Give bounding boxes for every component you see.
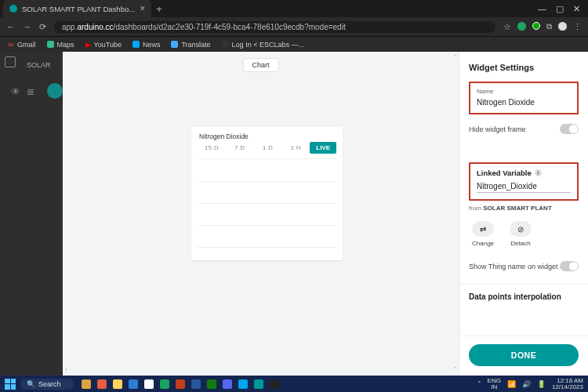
avatar[interactable] (47, 83, 63, 99)
name-field-highlight: Name Nitrogen Dioxide (469, 82, 579, 114)
taskbar-discord-icon[interactable] (223, 379, 232, 389)
taskbar-word-icon[interactable] (191, 379, 201, 389)
panel-toggle-icon[interactable] (5, 56, 16, 67)
bookmark-label: Maps (57, 41, 74, 49)
bookmark-translate[interactable]: Translate (171, 41, 210, 49)
extension-icon[interactable] (517, 22, 526, 31)
dashboard-name-truncated: SOLAR (27, 61, 51, 69)
taskbar-pinned (82, 379, 279, 389)
browser-addressbar: ← → ⟳ app.arduino.cc/dashboards/d2ac2e30… (0, 17, 588, 36)
interpolation-heading: Data points interpolation (469, 292, 579, 301)
forward-button[interactable]: → (23, 22, 31, 31)
arduino-icon (9, 5, 17, 13)
widget-settings-panel: Widget Settings Name Nitrogen Dioxide Hi… (459, 52, 588, 376)
browser-tab[interactable]: SOLAR SMART PLANT Dashbo... × (3, 0, 151, 17)
bookmark-label: Gmail (17, 41, 36, 49)
tab-title: SOLAR SMART PLANT Dashbo... (22, 5, 135, 13)
linked-variable-source: from SOLAR SMART PLANT (469, 205, 579, 212)
taskbar-search[interactable]: 🔍 Search (20, 379, 74, 390)
range-1h[interactable]: 1 H (281, 142, 310, 154)
range-live[interactable]: LIVE (310, 142, 336, 154)
profile-icon[interactable] (558, 22, 567, 31)
new-tab-button[interactable]: + (156, 3, 162, 15)
chart-widget[interactable]: Nitrogen Dioxide 15 D 7 D 1 D 1 H LIVE (191, 127, 343, 260)
taskbar-xbox-icon[interactable] (207, 379, 216, 389)
chevron-up-icon[interactable]: ˄ (454, 54, 457, 61)
taskbar-app-icon[interactable] (97, 379, 107, 389)
hide-frame-label: Hide widget frame (469, 125, 526, 133)
volume-icon[interactable]: 🔊 (522, 380, 531, 388)
eye-icon[interactable]: 👁 (11, 86, 20, 97)
taskbar-arduino-icon[interactable] (254, 379, 263, 389)
settings-title: Widget Settings (469, 63, 579, 72)
taskbar-terminal-icon[interactable] (270, 379, 279, 389)
chart-plot-area (198, 158, 336, 251)
change-label: Change (472, 240, 494, 247)
widget-title: Nitrogen Dioxide (191, 127, 343, 142)
hide-frame-toggle[interactable] (560, 124, 579, 134)
search-icon: 🔍 (27, 380, 35, 388)
window-close-icon[interactable]: ✕ (573, 4, 580, 14)
name-input[interactable]: Nitrogen Dioxide (477, 98, 571, 107)
show-thing-label: Show Thing name on widget (469, 263, 557, 270)
bookmarks-bar: ✉Gmail Maps ▶YouTube News Translate Log … (0, 36, 588, 52)
range-1d[interactable]: 1 D (254, 142, 282, 154)
taskbar-app-icon[interactable] (238, 379, 248, 389)
taskbar-chrome-icon[interactable] (144, 379, 154, 389)
bookmark-youtube[interactable]: ▶YouTube (85, 41, 122, 49)
change-button[interactable]: ⇄ (472, 221, 494, 237)
left-sidebar-dimmed: SOLAR 👁 ≣ (0, 52, 63, 376)
list-icon[interactable]: ≣ (27, 86, 34, 97)
more-icon[interactable]: ⋮ (573, 22, 582, 32)
taskbar-ppt-icon[interactable] (176, 379, 185, 389)
url-input[interactable]: app.arduino.cc/dashboards/d2ac2e30-719f-… (54, 21, 495, 33)
info-icon[interactable]: i (535, 169, 542, 176)
linked-variable-value[interactable]: Nitrogen_Dioxide (477, 182, 571, 193)
bookmark-news[interactable]: News (132, 41, 161, 49)
bookmark-gmail[interactable]: ✉Gmail (8, 41, 36, 49)
taskbar-folder-icon[interactable] (113, 379, 122, 389)
range-15d[interactable]: 15 D (198, 142, 226, 154)
addressbar-icons: ☆ ⧉ ⋮ (503, 22, 582, 32)
widget-type-chip[interactable]: Chart (242, 58, 278, 72)
bookmark-label: YouTube (94, 41, 122, 49)
dashboard-canvas: ˄ Chart Nitrogen Dioxide 15 D 7 D 1 D 1 … (63, 52, 459, 376)
detach-label: Detach (510, 240, 530, 247)
taskbar-excel-icon[interactable] (160, 379, 169, 389)
range-7d[interactable]: 7 D (226, 142, 254, 154)
time-range-row: 15 D 7 D 1 D 1 H LIVE (191, 142, 343, 158)
taskbar-edge-icon[interactable] (129, 379, 138, 389)
start-button[interactable] (5, 379, 16, 390)
battery-icon[interactable]: 🔋 (537, 380, 546, 388)
chevron-left-icon[interactable]: ‹ (65, 366, 67, 373)
chevron-down-icon[interactable]: ˅ (454, 366, 457, 373)
tray-region: IN (491, 383, 497, 390)
url-path: /dashboards/d2ac2e30-719f-4c59-bca4-78e6… (114, 23, 346, 31)
taskbar-clock[interactable]: 12:18 AM 12/14/2023 (552, 378, 583, 390)
bookmark-label: News (143, 41, 161, 49)
search-placeholder: Search (38, 380, 61, 388)
url-domain: arduino.cc (77, 23, 113, 31)
bookmark-maps[interactable]: Maps (47, 41, 74, 49)
maximize-icon[interactable]: ▢ (556, 4, 564, 14)
bookmark-label: Translate (181, 41, 210, 49)
url-prefix: app. (62, 23, 77, 31)
linked-variable-highlight: Linked Variable i Nitrogen_Dioxide (469, 162, 579, 201)
reload-button[interactable]: ⟳ (39, 22, 46, 32)
cast-icon[interactable]: ⧉ (546, 22, 552, 32)
tray-chevron-icon[interactable]: ˄ (477, 380, 481, 388)
extension-icon-2[interactable] (532, 22, 540, 30)
minimize-icon[interactable]: — (538, 4, 546, 14)
back-button[interactable]: ← (6, 22, 15, 31)
done-button[interactable]: DONE (469, 344, 579, 366)
close-icon[interactable]: × (140, 3, 145, 14)
browser-titlebar: SOLAR SMART PLANT Dashbo... × + — ▢ ✕ (0, 0, 588, 17)
bookmark-esclabs[interactable]: Log In < ESCLabs —... (222, 41, 304, 49)
detach-button[interactable]: ⊘ (510, 221, 532, 237)
app-viewport: SOLAR 👁 ≣ ˄ Chart Nitrogen Dioxide 15 D … (0, 52, 588, 376)
wifi-icon[interactable]: 📶 (507, 380, 516, 388)
system-tray: ˄ ENG IN 📶 🔊 🔋 12:18 AM 12/14/2023 (477, 378, 583, 390)
show-thing-toggle[interactable] (560, 261, 579, 271)
taskbar-app-icon[interactable] (82, 379, 91, 389)
star-icon[interactable]: ☆ (503, 22, 511, 32)
